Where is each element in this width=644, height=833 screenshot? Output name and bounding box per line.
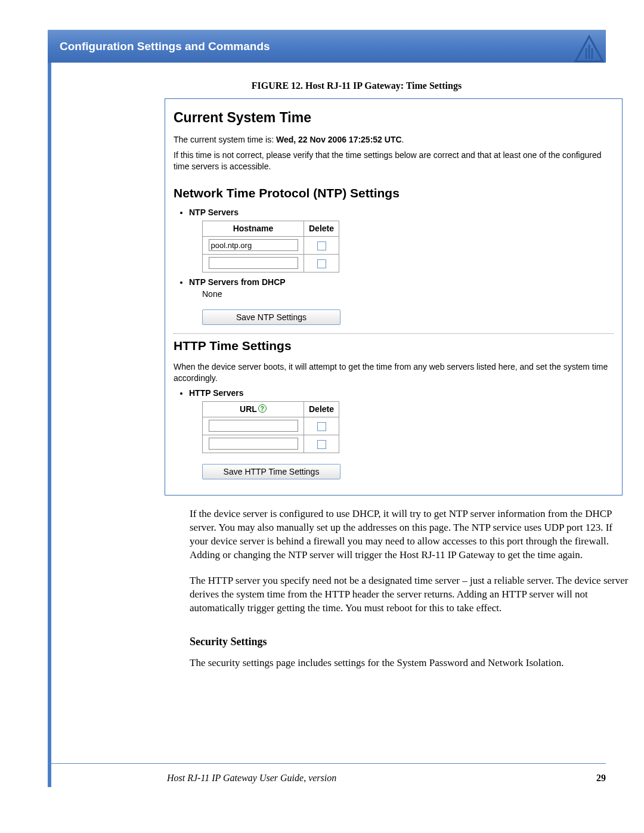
current-time-value: Wed, 22 Nov 2006 17:25:52 UTC — [276, 135, 402, 144]
figure-caption-text: Host RJ-11 IP Gateway: Time Settings — [305, 80, 462, 91]
save-ntp-button[interactable]: Save NTP Settings — [202, 309, 340, 325]
ntp-dhcp-value: None — [202, 289, 614, 299]
figure-label: FIGURE 12. — [252, 80, 303, 91]
ntp-servers-label: NTP Servers — [189, 208, 614, 217]
http-note: When the device server boots, it will at… — [174, 361, 614, 385]
ntp-delete-checkbox-1[interactable] — [317, 259, 326, 268]
body-paragraph-1: If the device server is configured to us… — [190, 507, 631, 562]
brand-logo-icon — [573, 33, 606, 66]
http-url-input-1[interactable] — [209, 438, 298, 450]
header-bar: Configuration Settings and Commands — [48, 30, 606, 63]
table-row — [203, 236, 339, 254]
ntp-delete-checkbox-0[interactable] — [317, 241, 326, 250]
http-col-delete: Delete — [304, 401, 339, 417]
http-col-url: URL? — [203, 401, 304, 417]
current-time-note: If this time is not correct, please veri… — [174, 150, 614, 173]
footer-text: Host RJ-11 IP Gateway User Guide, versio… — [167, 773, 336, 783]
ntp-dhcp-label: NTP Servers from DHCP — [189, 277, 614, 287]
current-system-time-heading: Current System Time — [174, 110, 614, 126]
table-row — [203, 254, 339, 272]
figure-screenshot: Current System Time The current system t… — [165, 98, 623, 496]
current-time-line: The current system time is: Wed, 22 Nov … — [174, 134, 614, 146]
ntp-servers-table: Hostname Delete — [202, 221, 339, 272]
ntp-hostname-input-0[interactable] — [209, 239, 298, 251]
http-col-url-text: URL — [240, 404, 257, 414]
table-row — [203, 417, 339, 435]
table-row — [203, 435, 339, 453]
help-icon[interactable]: ? — [258, 404, 267, 413]
security-settings-heading: Security Settings — [190, 636, 606, 648]
footer-rule — [48, 763, 606, 764]
current-time-suffix: . — [402, 135, 404, 144]
ntp-heading: Network Time Protocol (NTP) Settings — [174, 186, 614, 200]
save-http-button[interactable]: Save HTTP Time Settings — [202, 464, 340, 479]
page-footer: Host RJ-11 IP Gateway User Guide, versio… — [48, 773, 606, 784]
section-divider — [174, 333, 614, 334]
http-servers-table: URL? Delete — [202, 401, 339, 453]
header-title: Configuration Settings and Commands — [60, 40, 270, 52]
page-number: 29 — [596, 773, 606, 784]
http-servers-label: HTTP Servers — [189, 388, 614, 398]
figure-caption: FIGURE 12. Host RJ-11 IP Gateway: Time S… — [166, 80, 547, 91]
body-paragraph-2: The HTTP server you specify need not be … — [190, 574, 631, 615]
http-heading: HTTP Time Settings — [174, 339, 614, 353]
security-settings-text: The security settings page includes sett… — [190, 657, 631, 670]
ntp-col-delete: Delete — [304, 221, 339, 236]
ntp-col-hostname: Hostname — [203, 221, 304, 236]
current-time-prefix: The current system time is: — [174, 135, 276, 144]
http-delete-checkbox-1[interactable] — [317, 440, 326, 449]
http-delete-checkbox-0[interactable] — [317, 422, 326, 431]
http-url-input-0[interactable] — [209, 420, 298, 432]
ntp-hostname-input-1[interactable] — [209, 257, 298, 269]
